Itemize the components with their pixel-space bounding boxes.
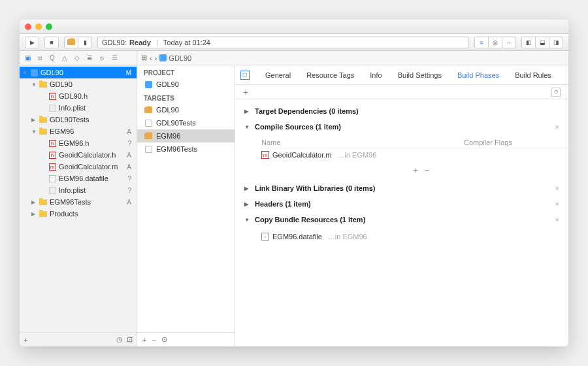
- editor: ▢ GeneralResource TagsInfoBuild Settings…: [235, 65, 568, 346]
- remove-phase-button[interactable]: ×: [555, 123, 559, 131]
- stop-button[interactable]: ■: [44, 37, 59, 48]
- file-location: …in EGM96: [328, 233, 367, 241]
- add-target-button[interactable]: +: [142, 336, 146, 344]
- add-button[interactable]: +: [24, 336, 27, 344]
- file-label: EGM96.h: [59, 139, 89, 147]
- disclosure-icon[interactable]: ▼: [31, 82, 37, 88]
- related-items-icon[interactable]: ⊞: [141, 54, 147, 62]
- tree-row[interactable]: hGeoidCalculator.hA: [20, 149, 137, 161]
- disclosure-icon[interactable]: ▼: [244, 217, 251, 223]
- project-row[interactable]: GDL90: [137, 78, 235, 91]
- tree-row[interactable]: mGeoidCalculator.mA: [20, 161, 137, 173]
- target-row[interactable]: EGM96Tests: [137, 142, 235, 156]
- filter-options-button[interactable]: ⊙: [551, 88, 561, 97]
- tab-general[interactable]: General: [257, 69, 299, 82]
- toggle-debug-button[interactable]: ⬓: [535, 37, 549, 48]
- tab-build-settings[interactable]: Build Settings: [390, 69, 449, 82]
- debug-navigator-icon[interactable]: ≣: [84, 53, 95, 63]
- tree-row[interactable]: Info.plist?: [20, 184, 137, 196]
- minimize-button[interactable]: [35, 24, 42, 30]
- phase-link-binary[interactable]: ▶ Link Binary With Libraries (0 items) ×: [235, 180, 568, 196]
- disclosure-icon[interactable]: ▶: [31, 211, 37, 217]
- find-navigator-icon[interactable]: Q: [47, 53, 57, 63]
- tree-row[interactable]: ▶Products: [20, 208, 137, 220]
- tab-info[interactable]: Info: [362, 69, 389, 82]
- target-icon: [144, 145, 153, 153]
- target-row[interactable]: GDL90: [137, 103, 235, 116]
- remove-phase-button[interactable]: ×: [555, 184, 559, 192]
- disclosure-icon[interactable]: ▶: [244, 108, 251, 114]
- phase-copy-bundle[interactable]: ▼ Copy Bundle Resources (1 item) ×: [235, 212, 568, 227]
- disclosure-icon[interactable]: ▶: [31, 199, 37, 205]
- bundle-file-row[interactable]: ▫ EGM96.datafile …in EGM96: [261, 230, 568, 243]
- file-label: Info.plist: [59, 104, 86, 112]
- tree-row[interactable]: ▶GDL90Tests: [20, 114, 137, 125]
- file-location: …in EGM96: [338, 151, 377, 159]
- forward-button[interactable]: ›: [155, 54, 157, 62]
- scm-status: A: [127, 152, 134, 159]
- disclosure-icon[interactable]: ▶: [244, 201, 251, 207]
- file-label: GDL90.h: [59, 92, 88, 100]
- test-navigator-icon[interactable]: ◇: [72, 53, 82, 63]
- target-row[interactable]: EGM96: [137, 129, 235, 142]
- tab-resource-tags[interactable]: Resource Tags: [299, 69, 362, 82]
- toggle-inspector-button[interactable]: ◨: [549, 37, 563, 48]
- disclosure-icon[interactable]: ▼: [31, 129, 37, 135]
- tree-root[interactable]: ▼ GDL90 M: [20, 67, 137, 78]
- navigator-selector: ▣ ⧈ Q △ ◇ ≣ ⎋ ☰: [20, 51, 137, 65]
- disclosure-icon[interactable]: ▼: [22, 70, 27, 76]
- filter-scm-icon[interactable]: ⊡: [127, 335, 133, 344]
- tree-row[interactable]: ▼GDL90: [20, 78, 137, 90]
- file-icon: [48, 186, 57, 195]
- tree-row[interactable]: ▼EGM96A: [20, 125, 137, 137]
- jump-bar[interactable]: ⊞ ‹ › GDL90: [137, 51, 568, 65]
- standard-editor-button[interactable]: ≡: [474, 37, 489, 48]
- phase-compile-sources[interactable]: ▼ Compile Sources (1 item) ×: [235, 119, 568, 135]
- tree-row[interactable]: hGDL90.h: [20, 90, 137, 102]
- file-icon: [39, 80, 48, 89]
- breakpoint-navigator-icon[interactable]: ⎋: [97, 53, 107, 63]
- version-editor-button[interactable]: ↔: [502, 37, 516, 48]
- tab-build-rules[interactable]: Build Rules: [507, 69, 559, 82]
- disclosure-icon[interactable]: ▶: [244, 186, 251, 191]
- target-row[interactable]: GDL90Tests: [137, 116, 235, 129]
- file-icon: [39, 197, 48, 207]
- scheme-selector[interactable]: ▮: [64, 37, 92, 48]
- phase-target-dependencies[interactable]: ▶ Target Dependencies (0 items): [235, 103, 568, 119]
- tab-build-phases[interactable]: Build Phases: [449, 69, 507, 82]
- col-name: Name: [261, 139, 464, 146]
- remove-phase-button[interactable]: ×: [555, 216, 559, 224]
- issue-navigator-icon[interactable]: △: [59, 53, 70, 63]
- project-navigator-icon[interactable]: ▣: [22, 53, 33, 63]
- add-phase-button[interactable]: +: [243, 87, 248, 97]
- close-button[interactable]: [25, 24, 31, 30]
- remove-target-button[interactable]: −: [152, 336, 155, 344]
- status-time: Today at 01:24: [163, 39, 210, 46]
- toggle-navigator-button[interactable]: ◧: [521, 37, 536, 48]
- status-state: Ready: [129, 39, 151, 46]
- file-label: GDL90Tests: [50, 116, 90, 124]
- file-icon: ▫: [261, 233, 269, 241]
- remove-phase-button[interactable]: ×: [555, 200, 559, 208]
- tree-row[interactable]: Info.plist: [20, 102, 137, 114]
- back-button[interactable]: ‹: [150, 54, 152, 62]
- remove-file-button[interactable]: −: [425, 165, 430, 175]
- assistant-editor-button[interactable]: ◎: [488, 37, 502, 48]
- run-button[interactable]: ▶: [25, 37, 39, 48]
- symbol-navigator-icon[interactable]: ⧈: [35, 53, 45, 63]
- breadcrumb[interactable]: GDL90: [159, 54, 191, 62]
- tree-row[interactable]: hEGM96.h?: [20, 137, 137, 149]
- blueprint-icon[interactable]: ▢: [240, 71, 250, 80]
- add-file-button[interactable]: +: [413, 165, 418, 175]
- zoom-button[interactable]: [46, 24, 52, 30]
- disclosure-icon[interactable]: ▼: [244, 124, 251, 130]
- compile-file-row[interactable]: m GeoidCalculator.m …in EGM96: [261, 148, 568, 161]
- target-label: EGM96Tests: [156, 145, 197, 153]
- filter-recent-icon[interactable]: ◷: [116, 335, 123, 344]
- tree-row[interactable]: EGM96.datafile?: [20, 173, 137, 184]
- disclosure-icon[interactable]: ▶: [31, 117, 37, 123]
- filter-targets-button[interactable]: ⊙: [161, 335, 167, 344]
- phase-headers[interactable]: ▶ Headers (1 item) ×: [235, 196, 568, 212]
- tree-row[interactable]: ▶EGM96TestsA: [20, 196, 137, 208]
- report-navigator-icon[interactable]: ☰: [109, 53, 120, 63]
